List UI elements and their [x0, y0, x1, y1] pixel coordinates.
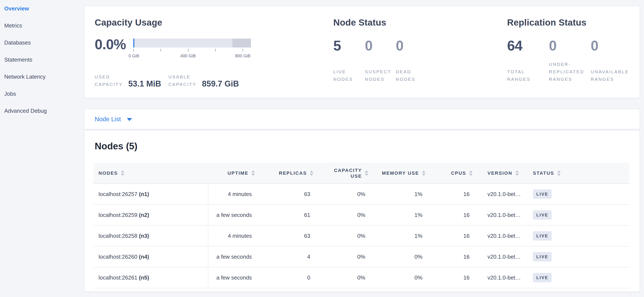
usable-capacity-label-line1: USABLE [168, 73, 196, 80]
dead-nodes-count: 0 [396, 38, 404, 53]
capacity-gauge-bar [133, 38, 251, 47]
replicas-cell: 0 [258, 267, 316, 288]
table-row: localhost:26258 (n3) 4 minutes 63 0% 1% … [94, 225, 630, 246]
column-header-cpus[interactable]: CPUS [428, 163, 476, 184]
under-replicated-ranges-label: UNDER- REPLICATED RANGES [549, 60, 591, 83]
uptime-cell: a few seconds [208, 205, 258, 225]
replication-values: 64 0 0 [507, 38, 631, 53]
tick-label: 0 GiB [128, 53, 139, 58]
sidebar-item-jobs[interactable]: Jobs [4, 85, 84, 102]
column-header-status[interactable]: STATUS [526, 163, 630, 184]
chevron-down-icon [127, 118, 132, 121]
memory-use-cell: 1% [371, 184, 428, 205]
capacity-usage-title: Capacity Usage [95, 18, 333, 27]
replication-status-title: Replication Status [507, 18, 631, 27]
sort-icon [365, 170, 368, 176]
capacity-use-cell: 0% [316, 184, 371, 205]
suspect-nodes-label: SUSPECT NODES [365, 68, 396, 83]
uptime-cell: a few seconds [208, 246, 258, 267]
status-badge: LIVE [533, 231, 552, 241]
capacity-gauge-reserved-segment [232, 38, 251, 47]
cpus-cell: 16 [428, 246, 476, 267]
sort-icon [516, 170, 519, 176]
column-header-capacity-use[interactable]: CAPACITY USE [316, 163, 371, 184]
capacity-gauge-axis [133, 49, 251, 51]
nodes-table-card: Nodes (5) NODES [84, 130, 640, 292]
node-status-values: 5 0 0 [333, 38, 507, 53]
nodes-count-title: Nodes (5) [95, 141, 640, 151]
tick-label: 800 GiB [235, 53, 250, 58]
dead-nodes-label: DEAD NODES [396, 68, 416, 83]
capacity-gauge-used-segment [133, 38, 134, 47]
sort-icon [469, 170, 472, 176]
version-cell: v20.1.0-bet… [476, 205, 526, 225]
capacity-details: USED CAPACITY 53.1 MiB USABLE CAPACITY 8… [95, 73, 333, 88]
cpus-cell: 16 [428, 205, 476, 225]
table-row: localhost:26259 (n2) a few seconds 61 0%… [94, 205, 630, 225]
tick-mark [188, 49, 188, 51]
column-header-replicas[interactable]: REPLICAS [258, 163, 316, 184]
sidebar-item-network-latency[interactable]: Network Latency [4, 68, 84, 85]
node-list-dropdown[interactable]: Node List [95, 116, 132, 123]
sort-icon [252, 170, 255, 176]
status-badge: LIVE [533, 189, 552, 199]
sidebar-item-overview[interactable]: Overview [4, 0, 84, 17]
tick-mark [160, 49, 161, 51]
uptime-cell: 4 minutes [208, 184, 258, 205]
nodes-table: NODES UPTIME REPLICAS [94, 163, 630, 288]
version-cell: v20.1.0-bet… [476, 267, 526, 288]
node-address-link[interactable]: localhost:26258 (n3) [98, 233, 149, 239]
sidebar: Overview Metrics Databases Statements Ne… [0, 0, 84, 297]
replicas-cell: 61 [258, 205, 316, 225]
column-header-uptime[interactable]: UPTIME [208, 163, 258, 184]
nodes-table-wrap: NODES UPTIME REPLICAS [94, 163, 630, 288]
capacity-use-cell: 0% [316, 205, 371, 225]
sidebar-item-advanced-debug[interactable]: Advanced Debug [4, 102, 84, 119]
sidebar-item-statements[interactable]: Statements [4, 51, 84, 68]
table-row: localhost:26257 (n1) 4 minutes 63 0% 1% … [94, 184, 630, 205]
total-ranges-count: 64 [507, 38, 522, 53]
column-header-memory-use[interactable]: MEMORY USE [371, 163, 428, 184]
used-capacity-value: 53.1 MiB [128, 80, 161, 88]
memory-use-cell: 1% [371, 205, 428, 225]
sort-icon [310, 170, 313, 176]
node-address-link[interactable]: localhost:26260 (n4) [98, 254, 149, 260]
capacity-use-cell: 0% [316, 225, 371, 246]
replicas-cell: 4 [258, 246, 316, 267]
replication-labels: TOTAL RANGES UNDER- REPLICATED RANGES UN… [507, 59, 631, 83]
capacity-gauge: 0 GiB 400 GiB 800 GiB [133, 38, 251, 59]
sidebar-item-databases[interactable]: Databases [4, 34, 84, 51]
uptime-cell: 4 minutes [208, 225, 258, 246]
capacity-gauge-tick-labels: 0 GiB 400 GiB 800 GiB [133, 53, 251, 59]
unavailable-ranges-count: 0 [591, 38, 598, 53]
used-capacity-label-line1: USED [95, 73, 122, 80]
node-address-link[interactable]: localhost:26261 (n5) [98, 275, 149, 281]
column-header-version[interactable]: VERSION [476, 163, 526, 184]
column-header-nodes[interactable]: NODES [94, 163, 208, 184]
total-ranges-label: TOTAL RANGES [507, 68, 549, 83]
capacity-used-percent: 0.0% [95, 38, 133, 51]
capacity-usage-panel: Capacity Usage 0.0% [95, 18, 333, 98]
table-row: localhost:26261 (n5) a few seconds 0 0% … [94, 267, 630, 288]
replicas-cell: 63 [258, 225, 316, 246]
node-address-link[interactable]: localhost:26257 (n1) [98, 191, 149, 197]
memory-use-cell: 0% [371, 246, 428, 267]
node-address-link[interactable]: localhost:26259 (n2) [98, 212, 149, 218]
sort-icon [557, 170, 560, 176]
node-status-labels: LIVE NODES SUSPECT NODES DEAD NODES [333, 59, 507, 83]
tick-mark [216, 49, 216, 51]
version-cell: v20.1.0-bet… [476, 184, 526, 205]
version-cell: v20.1.0-bet… [476, 246, 526, 267]
node-status-panel: Node Status 5 0 0 LIVE NODES SUSPECT NOD… [333, 18, 507, 98]
live-nodes-label: LIVE NODES [333, 68, 365, 83]
cpus-cell: 16 [428, 225, 476, 246]
node-list-view-card: Node List [84, 109, 640, 129]
table-row: localhost:26260 (n4) a few seconds 4 0% … [94, 246, 630, 267]
used-capacity-label: USED CAPACITY [95, 73, 122, 88]
replication-status-panel: Replication Status 64 0 0 TOTAL RANGES U… [507, 18, 631, 98]
sidebar-item-metrics[interactable]: Metrics [4, 17, 84, 34]
sort-icon [121, 170, 124, 176]
status-badge: LIVE [533, 210, 552, 220]
cluster-overview-page: Overview Metrics Databases Statements Ne… [0, 0, 644, 297]
tick-mark [133, 49, 134, 51]
